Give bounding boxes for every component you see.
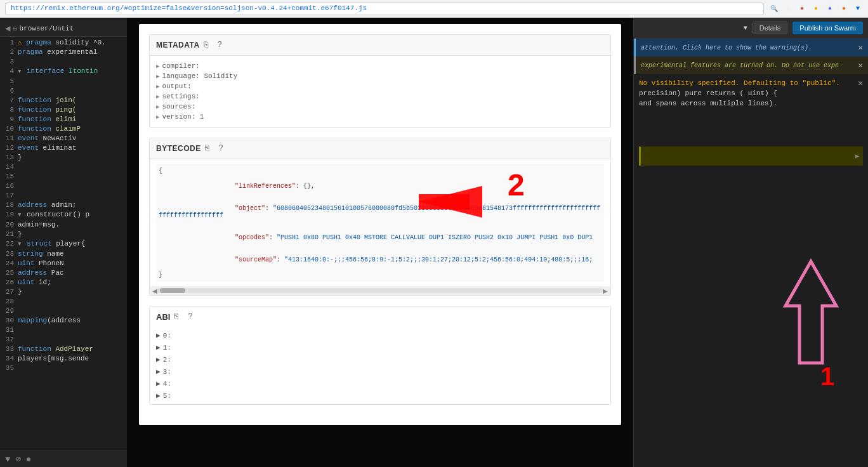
code-line: 11 event NewActiv [0, 134, 127, 143]
ext-icon-1[interactable]: ● [797, 4, 807, 14]
msg-line-2: precision) pure returns ( uint) { [639, 88, 840, 98]
abi-item-2[interactable]: ▶ 2: [156, 353, 604, 365]
message-visibility: No visibility specified. Defaulting to "… [639, 78, 840, 109]
circle-icon[interactable]: ● [26, 454, 31, 464]
tree-item-compiler[interactable]: ▶ compiler: [156, 61, 604, 71]
code-line: 19 ▼ constructor() p [0, 210, 127, 220]
bytecode-sourcemap: "sourceMap": "413:1640:0:-;;;456:56;8:9:… [159, 249, 602, 271]
code-line: 9 function elimi [0, 115, 127, 124]
abi-item-3[interactable]: ▶ 3: [156, 365, 604, 378]
bytecode-brace-close: } [159, 271, 602, 279]
code-line: 14 [0, 162, 127, 172]
warning-close-2[interactable]: ✕ [858, 60, 863, 70]
code-line: 27 } [0, 287, 127, 297]
tree-arrow-settings: ▶ [156, 93, 159, 100]
metadata-header: METADATA ⎘ ? [150, 35, 610, 56]
code-line: 31 [0, 326, 127, 335]
details-button[interactable]: Details [753, 22, 788, 34]
abi-body: ▶ 0: ▶ 1: ▶ 2: ▶ 3: [150, 327, 610, 404]
scroll-thumb[interactable] [160, 288, 185, 293]
abi-item-1[interactable]: ▶ 1: [156, 341, 604, 353]
metadata-copy-icon[interactable]: ⎘ [204, 40, 214, 50]
bytecode-link-refs: "linkReferences": {}, [159, 175, 602, 197]
tree-item-language[interactable]: ▶ language: Solidity [156, 71, 604, 81]
metadata-section: METADATA ⎘ ? ▶ compiler: ▶ language: Sol… [149, 34, 611, 128]
code-line: 21 } [0, 230, 127, 239]
msg-line-1: No visibility specified. Defaulting to "… [639, 78, 840, 88]
code-line: 23 string name [0, 249, 127, 259]
scroll-left-arrow[interactable]: ◀ [152, 287, 157, 294]
code-line: 16 [0, 181, 127, 191]
metadata-title: METADATA [156, 41, 200, 49]
scroll-right-arrow[interactable]: ▶ [603, 287, 608, 294]
ext-icon-4[interactable]: ● [839, 4, 849, 14]
code-line: 29 [0, 306, 127, 316]
right-panel: ▼ Details Publish on Swarm attention. Cl… [633, 18, 868, 467]
ext-icon-2[interactable]: ● [811, 4, 821, 14]
tree-arrow-compiler: ▶ [156, 63, 159, 70]
bytecode-brace-open: { [159, 167, 602, 175]
abi-item-0[interactable]: ▶ 0: [156, 329, 604, 341]
code-line: 28 [0, 297, 127, 306]
code-line: 35 [0, 364, 127, 373]
modal-content[interactable]: METADATA ⎘ ? ▶ compiler: ▶ language: Sol… [139, 24, 621, 425]
zoom-icon[interactable]: 🔍 [769, 4, 779, 14]
url-bar[interactable]: https://remix.ethereum.org/#optimize=fal… [5, 3, 764, 15]
expand-msg-arrow[interactable]: ▶ [855, 152, 859, 160]
code-line: 12 event eliminat [0, 143, 127, 153]
bytecode-scrollbar[interactable]: ◀ ▶ [150, 286, 610, 295]
tree-arrow-language: ▶ [156, 73, 159, 80]
metadata-body: ▶ compiler: ▶ language: Solidity ▶ outpu… [150, 56, 610, 127]
no-symbol-icon[interactable]: ⊘ [15, 454, 20, 464]
expand-msg: ▶ [639, 147, 863, 166]
code-line: 8 function ping( [0, 105, 127, 115]
abi-title: ABI [156, 312, 170, 322]
right-top-bar: ▼ Details Publish on Swarm [634, 18, 868, 39]
browser-bar: https://remix.ethereum.org/#optimize=fal… [0, 0, 868, 18]
code-line: 10 function claimP [0, 124, 127, 134]
collapse-icon[interactable]: ◀ [5, 23, 10, 34]
ext-icon-5[interactable]: ▼ [853, 4, 863, 14]
code-line: 1 ⚠ pragma solidity ^0. [0, 38, 127, 48]
browser-icons: 🔍 ☆ ● ● ● ● ▼ [769, 4, 863, 14]
code-line: 24 uint PhoneN [0, 259, 127, 268]
metadata-info-icon[interactable]: ? [218, 40, 228, 50]
code-line: 13 } [0, 153, 127, 162]
publish-swarm-button[interactable]: Publish on Swarm [792, 22, 863, 34]
bytecode-title: BYTECODE [156, 144, 201, 153]
ext-icon-3[interactable]: ● [825, 4, 835, 14]
dropdown-arrow[interactable]: ▼ [744, 25, 747, 32]
code-line: 7 function join( [0, 96, 127, 105]
modal-overlay: METADATA ⎘ ? ▶ compiler: ▶ language: Sol… [127, 18, 633, 467]
code-line: 30 mapping(address [0, 316, 127, 326]
tree-item-version[interactable]: ▶ version: 1 [156, 112, 604, 122]
tree-item-sources[interactable]: ▶ sources: [156, 102, 604, 112]
abi-item-4[interactable]: ▶ 4: [156, 378, 604, 390]
warning-close-3[interactable]: ✕ [858, 78, 863, 88]
scroll-track [157, 288, 603, 293]
tree-item-output[interactable]: ▶ output: [156, 81, 604, 91]
bytecode-obj: { "linkReferences": {}, "object": "60806… [156, 164, 604, 282]
warning-close-1[interactable]: ✕ [858, 43, 863, 53]
bytecode-copy-icon[interactable]: ⎘ [205, 143, 215, 154]
code-line: 4 ▼ interface Itontin [0, 67, 127, 77]
messages-area: No visibility specified. Defaulting to "… [634, 74, 868, 467]
code-line: 18 address admin; [0, 201, 127, 210]
bytecode-object: "object": "60806040523480156101005760000… [159, 197, 602, 227]
code-line: 33 function AddPlayer [0, 345, 127, 354]
abi-info-icon[interactable]: ? [188, 312, 198, 322]
abi-section: ABI ⎘ ? ▶ 0: ▶ 1: ▶ [149, 306, 611, 405]
code-line: 6 [0, 86, 127, 96]
abi-item-5[interactable]: ▶ 5: [156, 390, 604, 402]
abi-copy-icon[interactable]: ⎘ [174, 312, 184, 322]
bookmark-icon[interactable]: ☆ [783, 4, 793, 14]
code-line: 5 [0, 77, 127, 86]
tree-arrow-version: ▶ [156, 114, 159, 121]
expand-icon[interactable]: ⊞ [13, 25, 16, 32]
bytecode-info-icon[interactable]: ? [219, 143, 229, 154]
editor-header: ◀ ⊞ browser/Untit [0, 20, 127, 37]
tree-item-settings[interactable]: ▶ settings: [156, 91, 604, 102]
bytecode-opcodes: "opcodes": "PUSH1 0x80 PUSH1 0x40 MSTORE… [159, 227, 602, 249]
code-line: 26 uint id; [0, 278, 127, 287]
collapse-all-icon[interactable]: ▼ [5, 454, 10, 464]
